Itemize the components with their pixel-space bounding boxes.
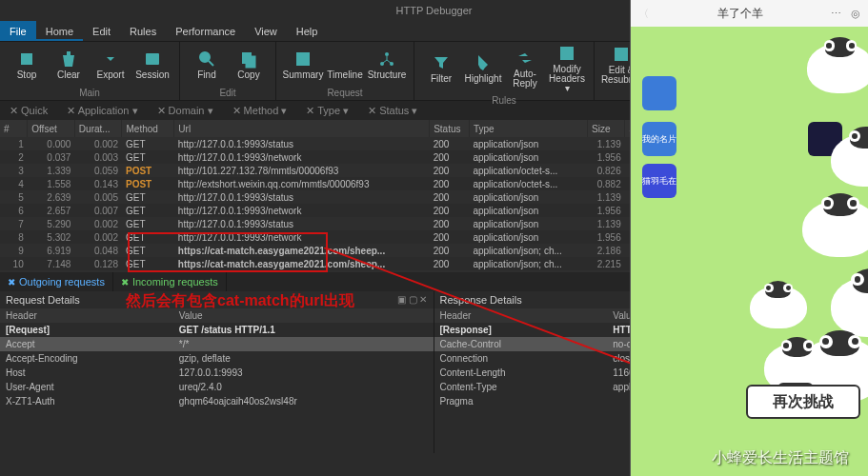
- game-title: 羊了个羊: [649, 6, 831, 22]
- filter-status[interactable]: ✕ Status ▾: [362, 105, 423, 117]
- filter-type[interactable]: ✕ Type ▾: [300, 105, 354, 117]
- game-icon[interactable]: 我的名片: [642, 122, 676, 156]
- ribbon-copy[interactable]: Copy: [228, 44, 270, 86]
- filter-quick[interactable]: ✕ Quick: [4, 105, 53, 117]
- game-panel: 〈 羊了个羊 ⋯◎ 我的名片猫羽毛在 再次挑战 小蜂爱长生活主题馆: [630, 0, 868, 476]
- sheep-sprite: [807, 43, 868, 93]
- game-icon[interactable]: [642, 76, 676, 110]
- filter-application[interactable]: ✕ Application ▾: [61, 105, 143, 117]
- svg-rect-0: [21, 53, 32, 65]
- filter-domain[interactable]: ✕ Domain ▾: [151, 105, 219, 117]
- header-row[interactable]: [Request]GET /status HTTP/1.1: [0, 323, 434, 337]
- header-row[interactable]: Accept*/*: [0, 337, 434, 351]
- back-icon[interactable]: 〈: [638, 7, 649, 21]
- tab-incoming[interactable]: ✖ Incoming requests: [113, 272, 227, 291]
- ribbon-auto-reply[interactable]: Auto-Reply: [504, 44, 546, 93]
- header-row[interactable]: Accept-Encodinggzip, deflate: [0, 351, 434, 366]
- svg-point-2: [200, 52, 210, 62]
- menu-view[interactable]: View: [245, 21, 287, 41]
- circle-icon[interactable]: ◎: [851, 8, 860, 20]
- watermark: 小蜂爱长生活主题馆: [712, 448, 849, 468]
- svg-rect-1: [146, 53, 159, 65]
- menu-performance[interactable]: Performance: [166, 21, 245, 41]
- tab-outgoing[interactable]: ✖ Outgoing requests: [0, 272, 113, 291]
- header-row[interactable]: Host127.0.0.1:9993: [0, 366, 434, 380]
- ribbon-stop[interactable]: Stop: [6, 44, 48, 86]
- svg-rect-9: [560, 47, 574, 60]
- ribbon-clear[interactable]: Clear: [48, 44, 90, 86]
- ribbon-summary[interactable]: Summary: [282, 44, 324, 86]
- menu-help[interactable]: Help: [287, 21, 328, 41]
- ribbon-modify-headers-[interactable]: ModifyHeaders ▾: [546, 44, 588, 93]
- game-title-bar: 〈 羊了个羊 ⋯◎: [631, 0, 868, 27]
- more-icon[interactable]: ⋯: [831, 8, 841, 20]
- filter-method[interactable]: ✕ Method ▾: [227, 105, 293, 117]
- response-details-title: Response Details: [440, 294, 522, 306]
- ribbon-highlight[interactable]: Highlight: [462, 44, 504, 93]
- menu-rules[interactable]: Rules: [120, 21, 166, 41]
- menu-home[interactable]: Home: [36, 21, 83, 41]
- menu-edit[interactable]: Edit: [83, 21, 120, 41]
- header-row[interactable]: X-ZT1-Authghqm64oajcaih40os2wsl48r: [0, 394, 434, 408]
- menu-file[interactable]: File: [0, 21, 36, 41]
- sheep-sprite: [831, 276, 868, 337]
- ribbon-export[interactable]: Export: [90, 44, 131, 86]
- ribbon-timeline[interactable]: Timeline: [324, 44, 366, 86]
- svg-rect-10: [615, 48, 628, 61]
- sheep-sprite: [750, 286, 807, 328]
- ribbon-session[interactable]: Session: [131, 44, 173, 86]
- request-details-pane: Request Details▣ ▢ ✕ HeaderValue[Request…: [0, 291, 434, 453]
- request-details-title: Request Details: [6, 294, 80, 306]
- svg-rect-4: [246, 56, 255, 68]
- header-row[interactable]: User-Agentureq/2.4.0: [0, 380, 434, 394]
- sheep-sprite: [802, 200, 868, 257]
- retry-button[interactable]: 再次挑战: [746, 385, 860, 419]
- ribbon-filter[interactable]: Filter: [420, 44, 462, 93]
- game-icon[interactable]: 猫羽毛在: [642, 164, 676, 198]
- annotation-1: 然后会有包含cat-match的url出现: [126, 291, 354, 311]
- ribbon-structure[interactable]: Structure: [366, 44, 408, 86]
- sheep-sprite: [831, 133, 868, 187]
- pane-controls[interactable]: ▣ ▢ ✕: [397, 294, 428, 306]
- svg-rect-5: [296, 52, 310, 66]
- svg-point-6: [385, 52, 389, 56]
- ribbon-find[interactable]: Find: [186, 44, 228, 86]
